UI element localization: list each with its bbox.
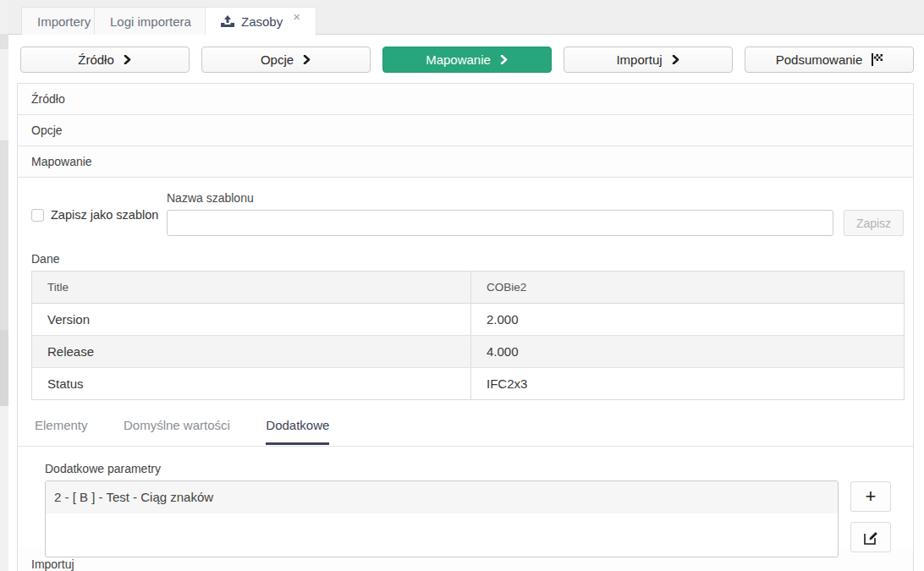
extra-params-label: Dodatkowe parametry: [45, 462, 161, 475]
table-cell-value: COBie2: [471, 272, 905, 304]
template-name-input[interactable]: [167, 210, 833, 236]
scrollbar-segment[interactable]: [0, 330, 8, 406]
chevron-right-icon: [123, 55, 132, 64]
wizard-step-opcje[interactable]: Opcje: [201, 47, 371, 73]
step-label: Importuj: [616, 52, 662, 67]
template-name-label: Nazwa szablonu: [167, 191, 254, 205]
chevron-right-icon: [671, 55, 680, 64]
wizard-step-zrodlo[interactable]: Źródło: [20, 47, 190, 73]
save-template-button[interactable]: Zapisz: [844, 210, 904, 236]
table-cell-value: IFC2x3: [471, 368, 905, 400]
tab-bar: Importery Logi importera Zasoby ×: [8, 0, 924, 35]
table-cell-label: Release: [32, 336, 471, 368]
table-row[interactable]: Status IFC2x3: [32, 368, 905, 400]
left-scrollbar[interactable]: [0, 0, 8, 571]
save-as-template-row: Zapisz jako szablon: [31, 208, 158, 222]
step-label: Źródło: [78, 52, 114, 67]
wizard-steps: Źródło Opcje Mapowanie Importuj Podsumow…: [20, 47, 914, 73]
table-row[interactable]: Release 4.000: [32, 336, 905, 368]
table-row: Title COBie2: [32, 272, 905, 304]
chevron-right-icon: [499, 55, 509, 64]
table-cell-value: 4.000: [471, 336, 905, 368]
save-as-template-checkbox[interactable]: [31, 209, 44, 222]
step-label: Podsumowanie: [776, 52, 863, 67]
step-label: Mapowanie: [426, 52, 491, 67]
data-section-label: Dane: [31, 252, 59, 266]
scrollbar-segment[interactable]: [0, 140, 8, 330]
subtab-dodatkowe[interactable]: Dodatkowe: [266, 418, 329, 445]
table-row[interactable]: Version 2.000: [32, 304, 905, 336]
table-cell-label: Version: [32, 304, 471, 336]
list-item[interactable]: 2 - [ B ] - Test - Ciąg znaków: [46, 481, 838, 513]
mapping-subtab-bar: Elementy Domyślne wartości Dodatkowe: [18, 411, 913, 447]
plus-icon: +: [866, 486, 877, 508]
import-wizard-panel: Źródło Opcje Mapowanie Nazwa szablonu Za…: [17, 83, 914, 571]
subtab-domyslne-wartosci[interactable]: Domyślne wartości: [124, 418, 230, 442]
tab-zasoby[interactable]: Zasoby ×: [205, 7, 316, 36]
wizard-step-podsumowanie[interactable]: Podsumowanie: [745, 47, 914, 73]
table-cell-label: Status: [32, 368, 471, 400]
edit-parameter-button[interactable]: [850, 522, 891, 552]
edit-pencil-icon: [864, 530, 878, 545]
tab-label: Logi importera: [110, 14, 191, 29]
table-cell-value: 2.000: [471, 304, 905, 336]
add-parameter-button[interactable]: +: [850, 481, 891, 512]
accordion-section-opcje[interactable]: Opcje: [18, 115, 913, 146]
wizard-step-mapowanie[interactable]: Mapowanie: [382, 47, 552, 73]
extra-params-listbox[interactable]: 2 - [ B ] - Test - Ciąg znaków: [45, 480, 839, 557]
subtab-elementy[interactable]: Elementy: [35, 418, 88, 442]
data-table: Title COBie2 Version 2.000 Release 4.000…: [31, 271, 905, 400]
scrollbar-segment[interactable]: [0, 34, 8, 49]
wizard-step-importuj[interactable]: Importuj: [564, 47, 733, 73]
tab-logi-importera[interactable]: Logi importera: [94, 7, 207, 35]
close-icon[interactable]: ×: [293, 9, 300, 24]
upload-icon: [221, 15, 234, 28]
table-cell-label: Title: [32, 272, 471, 304]
tab-label: Importery: [37, 14, 91, 29]
accordion-section-mapowanie[interactable]: Mapowanie: [18, 146, 913, 178]
tab-label: Zasoby: [241, 14, 283, 29]
mapowanie-section-body: Nazwa szablonu Zapisz jako szablon Zapis…: [18, 178, 913, 549]
checkered-flag-icon: [871, 53, 883, 66]
accordion-section-zrodlo[interactable]: Źródło: [18, 84, 913, 115]
save-as-template-label: Zapisz jako szablon: [51, 208, 158, 222]
chevron-right-icon: [302, 55, 311, 64]
step-label: Opcje: [261, 52, 294, 67]
